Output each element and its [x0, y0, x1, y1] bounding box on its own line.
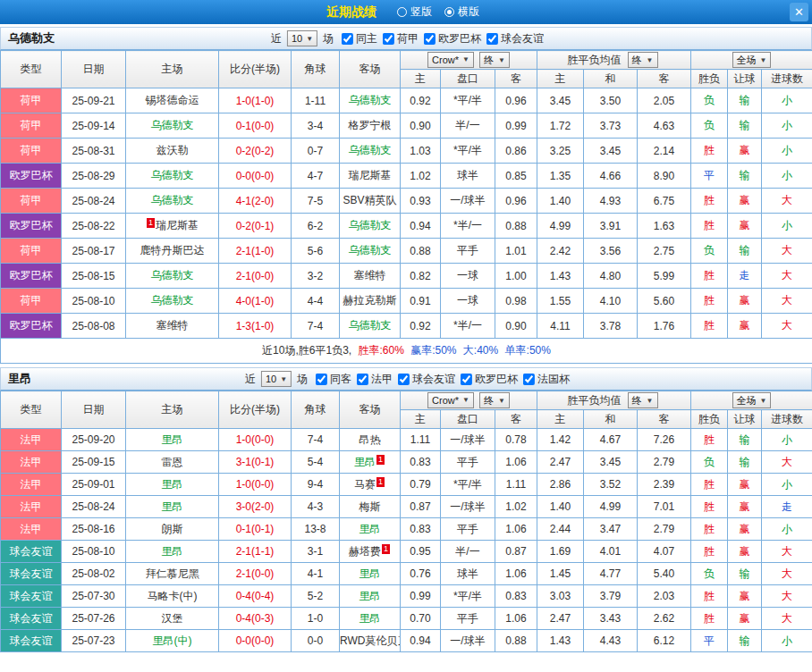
team-link[interactable]: 乌德勒支 — [151, 294, 194, 307]
away-team-cell[interactable]: 里昂1 — [340, 451, 401, 474]
team-link[interactable]: 乌德勒支 — [151, 169, 194, 181]
home-team-cell[interactable]: 1瑞尼斯基 — [126, 214, 219, 239]
team-link[interactable]: 里昂 — [162, 478, 183, 491]
team-link[interactable]: 里昂 — [359, 612, 381, 625]
team-link[interactable]: 瑞尼斯基 — [156, 219, 199, 231]
home-team-cell[interactable]: 乌德勒支 — [126, 113, 219, 139]
team-link[interactable]: 拜仁慕尼黑 — [146, 567, 199, 580]
away-team-cell[interactable]: 瑞尼斯基 — [340, 164, 401, 189]
team-link[interactable]: 梅斯 — [359, 500, 381, 513]
away-team-cell[interactable]: 里昂 — [340, 518, 401, 541]
odds-company-select[interactable]: Crow*▼ — [427, 52, 474, 68]
filter-checkbox-同主[interactable]: 同主 — [342, 31, 377, 46]
away-team-cell[interactable]: 里昂 — [340, 585, 401, 608]
team-link[interactable]: 兹沃勒 — [156, 144, 189, 156]
radio-icon[interactable] — [444, 7, 454, 17]
away-team-cell[interactable]: 马赛1 — [340, 474, 401, 496]
home-team-cell[interactable]: 乌德勒支 — [126, 164, 219, 189]
team-link[interactable]: RWD莫伦贝克 — [340, 634, 401, 647]
home-team-cell[interactable]: 雷恩 — [126, 451, 219, 474]
checkbox-input[interactable] — [342, 33, 353, 45]
team-link[interactable]: 乌德勒支 — [349, 319, 392, 332]
team-link[interactable]: 里昂 — [162, 433, 183, 446]
home-team-cell[interactable]: 里昂 — [126, 541, 219, 563]
close-button[interactable]: ✕ — [790, 3, 808, 21]
team-link[interactable]: 里昂 — [359, 523, 381, 535]
filter-checkbox-欧罗巴杯[interactable]: 欧罗巴杯 — [424, 31, 481, 46]
team-link[interactable]: 格罗宁根 — [349, 119, 392, 131]
team-link[interactable]: 里昂(中) — [153, 634, 192, 647]
filter-checkbox-同客[interactable]: 同客 — [316, 372, 351, 387]
away-team-cell[interactable]: 里昂 — [340, 608, 401, 630]
filter-checkbox-球会友谊[interactable]: 球会友谊 — [398, 372, 455, 387]
filter-checkbox-法甲[interactable]: 法甲 — [357, 372, 393, 387]
team-link[interactable]: 乌德勒支 — [349, 219, 392, 231]
away-team-cell[interactable]: 赫拉克勒斯 — [340, 289, 401, 314]
checkbox-input[interactable] — [486, 33, 498, 45]
filter-checkbox-荷甲[interactable]: 荷甲 — [383, 31, 419, 46]
team-link[interactable]: 乌德勒支 — [349, 144, 392, 156]
odds-time-select[interactable]: 终▼ — [479, 52, 510, 68]
home-team-cell[interactable]: 汉堡 — [126, 608, 219, 630]
away-team-cell[interactable]: 乌德勒支 — [340, 139, 401, 164]
checkbox-input[interactable] — [383, 33, 394, 45]
team-link[interactable]: 塞维特 — [156, 319, 189, 332]
team-link[interactable]: 雷恩 — [162, 456, 183, 468]
radio-horizontal-layout[interactable]: 横版 — [444, 4, 479, 20]
filter-checkbox-法国杯[interactable]: 法国杯 — [523, 372, 570, 387]
odds-time-select[interactable]: 终▼ — [479, 392, 510, 408]
team-link[interactable]: 里昂 — [359, 590, 381, 602]
team-link[interactable]: 朗斯 — [162, 523, 183, 535]
home-team-cell[interactable]: 锡塔德命运 — [126, 88, 219, 113]
team-link[interactable]: 乌德勒支 — [151, 119, 194, 131]
scope-select[interactable]: 全场▼ — [732, 52, 772, 68]
team-link[interactable]: 马略卡(中) — [148, 590, 198, 602]
home-team-cell[interactable]: 朗斯 — [126, 518, 219, 541]
team-link[interactable]: 乌德勒支 — [349, 94, 392, 106]
team-link[interactable]: 里昂 — [354, 456, 376, 468]
checkbox-input[interactable] — [357, 374, 368, 385]
home-team-cell[interactable]: 马略卡(中) — [126, 585, 219, 608]
away-team-cell[interactable]: 乌德勒支 — [340, 314, 401, 339]
odds-company-select[interactable]: Crow*▼ — [427, 392, 474, 408]
team-link[interactable]: SBV精英队 — [343, 194, 396, 206]
away-team-cell[interactable]: 赫塔费1 — [340, 541, 401, 563]
radio-icon[interactable] — [397, 7, 407, 17]
away-team-cell[interactable]: 乌德勒支 — [340, 239, 401, 264]
home-team-cell[interactable]: 里昂 — [126, 496, 219, 518]
away-team-cell[interactable]: 乌德勒支 — [340, 88, 401, 113]
checkbox-input[interactable] — [461, 374, 472, 385]
team-link[interactable]: 塞维特 — [354, 269, 386, 281]
team-link[interactable]: 汉堡 — [162, 612, 183, 625]
team-link[interactable]: 马赛 — [354, 478, 376, 491]
home-team-cell[interactable]: 乌德勒支 — [126, 189, 219, 214]
away-team-cell[interactable]: 格罗宁根 — [340, 113, 401, 139]
away-team-cell[interactable]: 乌德勒支 — [340, 214, 401, 239]
away-team-cell[interactable]: 里昂 — [340, 563, 401, 585]
team-link[interactable]: 里昂 — [162, 545, 183, 558]
scope-select[interactable]: 全场▼ — [732, 392, 772, 408]
home-team-cell[interactable]: 拜仁慕尼黑 — [126, 563, 219, 585]
avg-time-select[interactable]: 终▼ — [628, 392, 658, 408]
home-team-cell[interactable]: 乌德勒支 — [126, 264, 219, 289]
away-team-cell[interactable]: 梅斯 — [340, 496, 401, 518]
home-team-cell[interactable]: 乌德勒支 — [126, 289, 219, 314]
checkbox-input[interactable] — [523, 374, 535, 385]
filter-checkbox-欧罗巴杯[interactable]: 欧罗巴杯 — [461, 372, 518, 387]
team-link[interactable]: 乌德勒支 — [151, 269, 194, 281]
team-link[interactable]: 锡塔德命运 — [146, 94, 199, 106]
match-count-select[interactable]: 10▼ — [287, 30, 317, 46]
radio-vertical-layout[interactable]: 竖版 — [397, 4, 432, 20]
team-link[interactable]: 鹿特丹斯巴达 — [140, 244, 205, 256]
checkbox-input[interactable] — [316, 374, 327, 385]
home-team-cell[interactable]: 里昂 — [126, 474, 219, 496]
team-link[interactable]: 乌德勒支 — [151, 194, 194, 206]
home-team-cell[interactable]: 兹沃勒 — [126, 139, 219, 164]
team-link[interactable]: 昂热 — [359, 433, 381, 446]
team-link[interactable]: 乌德勒支 — [349, 244, 392, 256]
team-link[interactable]: 赫塔费 — [349, 545, 381, 558]
away-team-cell[interactable]: SBV精英队 — [340, 189, 401, 214]
match-count-select[interactable]: 10▼ — [261, 371, 292, 387]
avg-time-select[interactable]: 终▼ — [628, 52, 658, 68]
filter-checkbox-球会友谊[interactable]: 球会友谊 — [486, 31, 544, 46]
